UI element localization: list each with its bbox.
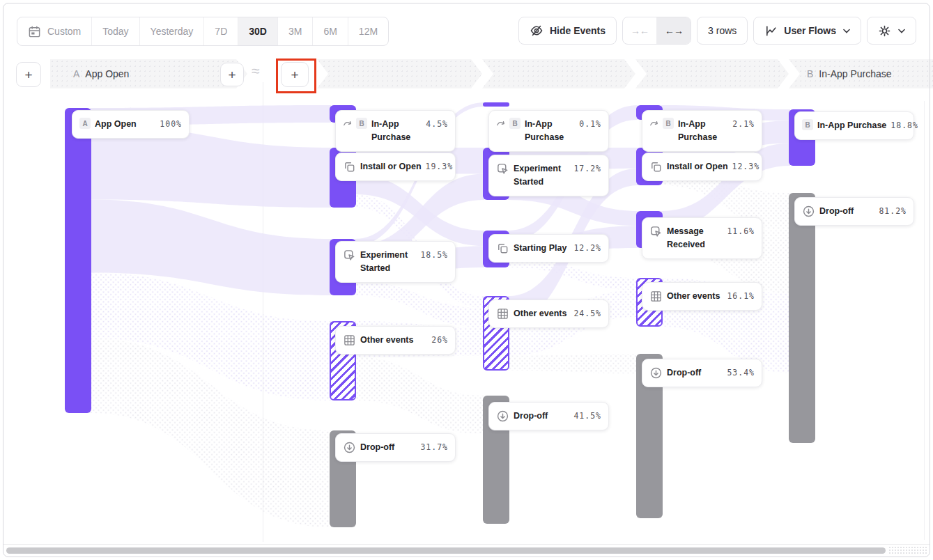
date-range-today[interactable]: Today [92, 17, 139, 45]
add-step-after-a-button[interactable]: + [220, 63, 244, 86]
flow-node-drop-off[interactable]: Drop-off41.5% [488, 402, 609, 430]
approx-symbol: ≈ [252, 63, 260, 79]
date-range-label: 12M [359, 26, 378, 37]
horizontal-scrollbar [3, 544, 930, 557]
flow-node-drop-off[interactable]: Drop-off53.4% [642, 359, 762, 387]
date-range-label: 7D [215, 26, 227, 37]
node-label: Starting Play [514, 242, 569, 255]
flow-bar-app-open[interactable] [65, 108, 91, 413]
flow-node-in-app-purchase[interactable]: BIn-App Purchase4.5% [335, 110, 456, 152]
dropoff-arrow-icon [343, 441, 356, 454]
trend-arrow-icon [343, 118, 353, 128]
node-label: Other events [667, 290, 723, 303]
flow-node-app-open[interactable]: AApp Open100% [72, 110, 190, 139]
rows-button[interactable]: 3 rows [697, 17, 748, 45]
step-label: In-App Purchase [819, 68, 891, 79]
flow-bar-in-app-purchase[interactable] [483, 102, 509, 107]
hide-events-label: Hide Events [550, 25, 606, 36]
toolbar-right: Hide Events →← ←→ 3 rows User Flows [518, 17, 916, 45]
node-percentage: 4.5% [426, 118, 448, 129]
node-label: Other events [514, 307, 569, 320]
node-percentage: 17.2% [573, 162, 601, 173]
node-percentage: 11.6% [727, 225, 755, 236]
flow-node-in-app-purchase[interactable]: BIn-App Purchase18.8% [794, 111, 914, 140]
flow-node-experiment-started[interactable]: Experiment Started17.2% [488, 155, 609, 196]
node-label: In-App Purchase [817, 119, 886, 132]
flow-node-drop-off[interactable]: Drop-off81.2% [794, 197, 914, 226]
node-label: Install or Open [360, 160, 422, 173]
trend-arrow-icon [649, 118, 659, 128]
flow-node-install-or-open[interactable]: Install or Open19.3% [335, 153, 456, 181]
date-range-3m[interactable]: 3M [278, 17, 313, 45]
date-range-6m[interactable]: 6M [313, 17, 348, 45]
event-badge-b: B [509, 118, 521, 129]
funnel-step-band[interactable] [317, 59, 482, 88]
width-toggle: →← ←→ [622, 17, 691, 45]
gear-icon [878, 24, 891, 38]
node-percentage: 2.1% [732, 118, 755, 129]
date-range-label: Today [102, 26, 128, 37]
funnel-step-band[interactable] [482, 59, 635, 88]
expand-columns-button[interactable]: ←→ [657, 17, 691, 44]
event-badge-a: A [79, 118, 91, 129]
scrollbar-track-dots [888, 546, 927, 555]
funnel-step-band-in-app-purchase[interactable]: BIn-App Purchase [789, 59, 933, 88]
node-percentage: 41.5% [573, 410, 601, 421]
line-chart-icon [764, 24, 778, 38]
node-percentage: 18.8% [890, 119, 918, 130]
eye-off-icon [530, 24, 543, 38]
date-range-yesterday[interactable]: Yesterday [140, 17, 205, 45]
funnel-step-band[interactable] [635, 59, 789, 88]
view-selector-dropdown[interactable]: User Flows [753, 17, 861, 45]
node-percentage: 16.1% [727, 290, 755, 301]
grid-icon [343, 334, 356, 347]
node-percentage: 24.5% [573, 307, 601, 318]
event-badge-b: B [802, 119, 813, 130]
node-label: Install or Open [667, 160, 728, 173]
dropoff-arrow-icon [496, 410, 509, 423]
flow-node-experiment-started[interactable]: Experiment Started18.5% [335, 241, 456, 283]
collapse-columns-button[interactable]: →← [623, 17, 657, 44]
node-label: App Open [95, 118, 155, 131]
node-label: Drop-off [819, 205, 874, 218]
hide-events-button[interactable]: Hide Events [518, 17, 617, 45]
add-step-before-button[interactable]: + [16, 62, 41, 87]
node-label: Other events [360, 334, 427, 347]
settings-dropdown[interactable] [867, 17, 916, 45]
flow-node-message-received[interactable]: Message Received11.6% [642, 217, 762, 259]
flow-link [355, 357, 484, 434]
date-range-30d[interactable]: 30D [238, 17, 278, 45]
chevron-down-icon [898, 29, 905, 33]
flow-node-starting-play[interactable]: Starting Play12.2% [488, 234, 609, 263]
node-label: In-App Purchase [371, 118, 422, 144]
step-label: App Open [85, 68, 129, 79]
annotation-highlight-box [276, 59, 316, 93]
flow-node-other-events[interactable]: Other events24.5% [488, 300, 609, 328]
node-label: Experiment Started [514, 162, 569, 189]
flow-node-drop-off[interactable]: Drop-off31.7% [335, 433, 456, 462]
overlapping-windows-icon [649, 160, 663, 173]
node-percentage: 18.5% [420, 249, 448, 260]
flow-bar-drop-off[interactable] [789, 193, 815, 443]
flow-node-in-app-purchase[interactable]: BIn-App Purchase2.1% [642, 110, 762, 152]
flow-node-in-app-purchase[interactable]: BIn-App Purchase0.1% [488, 110, 609, 152]
scrollbar-thumb[interactable] [6, 547, 886, 554]
flow-node-install-or-open[interactable]: Install or Open12.3% [642, 153, 762, 181]
overlapping-windows-icon [343, 160, 356, 173]
date-range-custom[interactable]: Custom [17, 17, 92, 45]
node-percentage: 26% [431, 334, 448, 345]
experiment-click-icon [496, 162, 509, 176]
date-range-label: 30D [249, 26, 267, 37]
node-percentage: 12.2% [573, 242, 601, 253]
date-range-12m[interactable]: 12M [348, 17, 388, 45]
rows-label: 3 rows [708, 25, 737, 36]
step-prefix: B [807, 68, 813, 79]
flow-node-other-events[interactable]: Other events26% [335, 326, 456, 355]
flow-node-other-events[interactable]: Other events16.1% [642, 282, 762, 311]
node-label: Drop-off [360, 441, 416, 454]
funnel-step-band-app-open[interactable]: AApp Open [50, 59, 247, 88]
node-label: Experiment Started [360, 249, 416, 275]
date-range-7d[interactable]: 7D [204, 17, 238, 45]
node-percentage: 0.1% [579, 118, 601, 129]
node-percentage: 31.7% [420, 441, 448, 452]
